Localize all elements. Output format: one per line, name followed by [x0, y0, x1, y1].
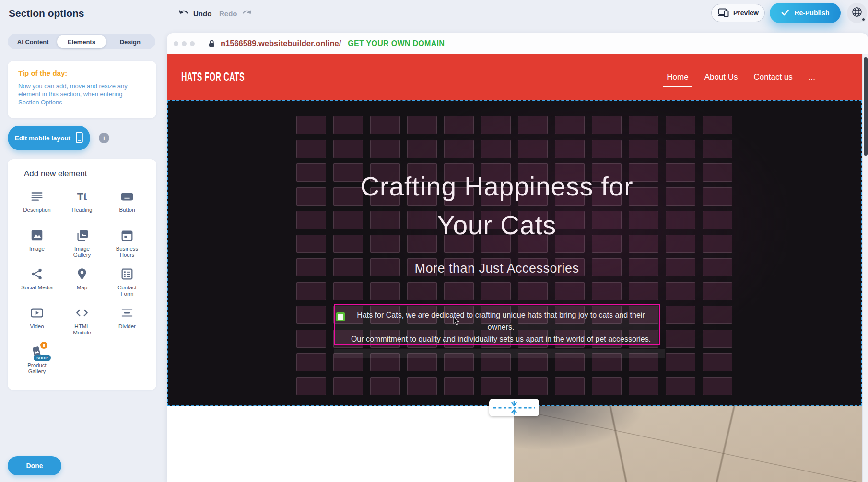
grid-tile: [296, 282, 326, 300]
tab-elements[interactable]: Elements: [57, 35, 106, 48]
redo-button[interactable]: Redo: [219, 9, 252, 18]
video-icon: [30, 306, 44, 322]
edit-mobile-layout-label: Edit mobile layout: [15, 135, 70, 142]
undo-label: Undo: [193, 10, 211, 18]
republish-button[interactable]: Re-Publish: [770, 3, 841, 23]
nav-item-more[interactable]: ...: [809, 72, 815, 82]
grid-tile: [666, 140, 695, 158]
grid-tile: [592, 377, 622, 395]
nav-item-contact-us[interactable]: Contact us: [754, 72, 793, 82]
grid-tile: [666, 258, 695, 276]
edit-mobile-layout-button[interactable]: Edit mobile layout: [8, 126, 90, 150]
nav-item-home[interactable]: Home: [667, 72, 688, 82]
add-element-social-media[interactable]: Social Media: [14, 263, 59, 302]
grid-tile: [444, 116, 474, 134]
grid-tile: [444, 282, 474, 300]
grid-tile: [666, 163, 695, 182]
language-globe-button[interactable]: [847, 3, 867, 23]
grid-tile: [333, 258, 363, 276]
grid-tile: [296, 140, 326, 158]
element-grid: DescriptionTtHeadingButtonImageImage Gal…: [8, 183, 156, 379]
grid-tile: [555, 282, 585, 300]
panel-divider: [7, 446, 156, 446]
add-element-business-hours[interactable]: Business Hours: [105, 224, 150, 263]
add-element-label: Video: [30, 323, 44, 330]
add-element-label: Contact Form: [111, 285, 143, 297]
add-element-product-gallery[interactable]: SHOPProduct Gallery: [14, 341, 59, 379]
pavement-photo: [514, 406, 862, 482]
add-element-label: Image Gallery: [66, 246, 98, 258]
browser-chrome: n1566589.websitebuilder.online/ GET YOUR…: [167, 33, 868, 54]
add-element-label: Product Gallery: [21, 362, 53, 375]
hero-description[interactable]: Hats for Cats, we are dedicated to craft…: [345, 309, 657, 345]
add-element-map[interactable]: Map: [59, 263, 105, 302]
hero-description-line1: Hats for Cats, we are dedicated to craft…: [345, 309, 657, 333]
republish-label: Re-Publish: [794, 9, 829, 17]
hero-section[interactable]: Crafting Happiness for Your Cats More th…: [167, 100, 862, 406]
notification-dot: [861, 17, 866, 22]
grid-tile: [703, 330, 732, 348]
grid-tile: [703, 140, 732, 158]
preview-button[interactable]: Preview: [711, 4, 765, 22]
grid-tile: [370, 282, 400, 300]
add-element-button[interactable]: Button: [105, 185, 150, 224]
grid-tile: [481, 116, 511, 134]
selected-description-element[interactable]: Hats for Cats, we are dedicated to craft…: [334, 304, 660, 345]
grid-tile: [444, 140, 474, 158]
info-icon[interactable]: i: [99, 133, 109, 143]
add-element-video[interactable]: Video: [14, 302, 59, 341]
grid-tile: [407, 140, 437, 158]
add-element-contact-form[interactable]: Contact Form: [105, 263, 150, 302]
add-element-image[interactable]: Image: [14, 224, 59, 263]
add-element-label: Heading: [72, 207, 93, 213]
grid-tile: [703, 163, 732, 182]
social-media-icon: [30, 267, 44, 283]
grid-tile: [333, 116, 363, 134]
grid-tile: [444, 377, 474, 395]
url-text[interactable]: n1566589.websitebuilder.online/: [221, 39, 341, 48]
undo-icon: [179, 9, 189, 18]
shop-badge: SHOP: [34, 355, 51, 361]
grid-tile: [370, 377, 400, 395]
grid-tile: [666, 377, 695, 395]
grid-tile: [592, 140, 622, 158]
undo-button[interactable]: Undo: [179, 9, 211, 18]
get-your-own-domain-link[interactable]: GET YOUR OWN DOMAIN: [348, 39, 445, 48]
grid-tile: [518, 140, 548, 158]
add-element-divider[interactable]: Divider: [105, 302, 150, 341]
selection-resize-handle[interactable]: [336, 312, 345, 321]
add-element-label: Image: [29, 246, 45, 252]
nav-item-about-us[interactable]: About Us: [704, 72, 738, 82]
grid-tile: [666, 116, 695, 134]
add-element-label: HTML Module: [66, 323, 98, 336]
panel-tabs: AI Content Elements Design: [8, 34, 155, 49]
tip-of-the-day-card: Tip of the day: Now you can add, move an…: [8, 61, 156, 118]
tip-title: Tip of the day:: [18, 69, 146, 77]
add-element-html-module[interactable]: HTML Module: [59, 302, 105, 341]
preview-scrollbar[interactable]: [862, 54, 868, 482]
grid-tile: [296, 306, 326, 324]
lock-icon: [209, 40, 215, 47]
redo-label: Redo: [219, 10, 237, 18]
grid-tile: [629, 140, 658, 158]
grid-tile: [592, 258, 622, 276]
section-resize-handle[interactable]: [489, 399, 539, 416]
hero-heading[interactable]: Crafting Happiness for Your Cats: [334, 167, 660, 245]
add-element-label: Business Hours: [111, 246, 143, 258]
element-highlight-band: [334, 349, 665, 358]
hero-subheading[interactable]: More than Just Accessories: [414, 261, 579, 276]
mobile-phone-icon: [76, 132, 83, 145]
tab-ai-content[interactable]: AI Content: [9, 35, 57, 48]
grid-tile: [666, 306, 695, 324]
add-element-image-gallery[interactable]: Image Gallery: [59, 224, 105, 263]
done-button[interactable]: Done: [8, 456, 61, 475]
add-element-description[interactable]: Description: [14, 185, 59, 224]
scrollbar-thumb[interactable]: [864, 57, 868, 156]
add-element-heading[interactable]: TtHeading: [59, 185, 105, 224]
grid-tile: [481, 140, 511, 158]
tab-design[interactable]: Design: [106, 35, 154, 48]
site-logo[interactable]: HATS FOR CATS: [181, 70, 245, 84]
grid-tile: [703, 377, 732, 395]
add-element-label: Map: [77, 285, 87, 291]
button-icon: [120, 189, 134, 206]
